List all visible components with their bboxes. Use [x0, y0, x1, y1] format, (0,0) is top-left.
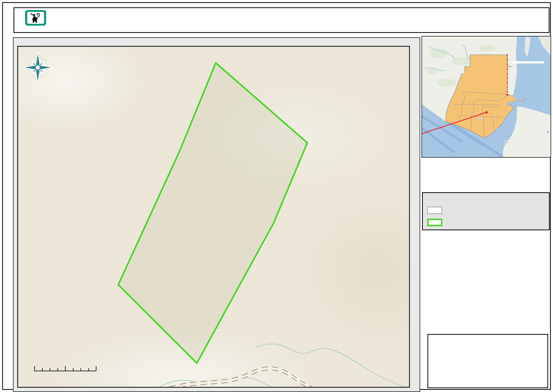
- map-canvas: [17, 46, 410, 388]
- header-bar: [14, 7, 549, 33]
- protected-area-swatch: [427, 219, 442, 226]
- compass-rose: [18, 46, 64, 94]
- scalebar: [29, 365, 115, 373]
- river-bank-north: [256, 344, 409, 387]
- legend-item-department-limit: [427, 207, 448, 214]
- inset-locator-map: [422, 36, 551, 158]
- legend-item-protected-area: [427, 219, 448, 226]
- territorial-dispute-note: [511, 61, 544, 63]
- conap-logo: [21, 10, 50, 26]
- monkey-icon: [29, 13, 43, 23]
- protected-area-polygon: [118, 63, 307, 363]
- map-document: [0, 0, 553, 392]
- inset-art: [422, 36, 551, 157]
- legend: [422, 192, 550, 230]
- department-limit-swatch: [427, 207, 442, 214]
- conap-logo-square: [25, 10, 46, 26]
- credits-box: [427, 334, 548, 388]
- map-art: [18, 47, 409, 387]
- road-track: [169, 367, 409, 387]
- conap-logo-inner: [27, 12, 44, 24]
- reserve-locator-dot: [485, 111, 488, 114]
- map-frame: [13, 37, 420, 392]
